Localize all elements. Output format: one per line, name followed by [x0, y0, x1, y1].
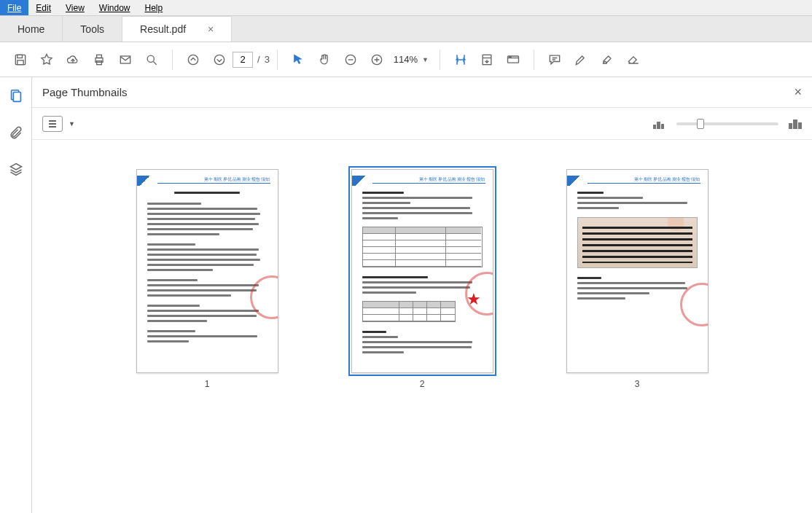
- tab-close-icon[interactable]: ×: [208, 23, 214, 35]
- svg-point-7: [147, 55, 154, 62]
- sign-button[interactable]: [594, 47, 620, 73]
- toolbar-separator: [172, 50, 173, 70]
- toolbar-separator: [534, 50, 534, 70]
- zoom-value: 114%: [394, 54, 418, 65]
- highlight-button[interactable]: [568, 47, 594, 73]
- layers-nav-button[interactable]: [6, 159, 26, 179]
- attachments-nav-button[interactable]: [6, 122, 26, 143]
- cloud-button[interactable]: [60, 47, 86, 73]
- chevron-down-icon: ▼: [69, 120, 75, 128]
- menu-window[interactable]: Window: [92, 0, 138, 15]
- svg-rect-17: [13, 93, 20, 102]
- fit-width-button[interactable]: [448, 47, 474, 73]
- page-preview: 第十期医界优品检测业报告须知: [566, 169, 708, 373]
- svg-rect-2: [17, 60, 23, 64]
- toolbar-separator: [440, 50, 440, 70]
- page-separator: /: [257, 54, 260, 65]
- menu-edit-label: Edit: [36, 3, 51, 13]
- print-button[interactable]: [86, 47, 112, 73]
- svg-rect-4: [97, 55, 102, 58]
- thumbnails-nav-button[interactable]: [6, 86, 26, 106]
- tab-document-label: Result.pdf: [140, 23, 186, 35]
- panel-close-button[interactable]: ×: [794, 85, 802, 100]
- comment-button[interactable]: [542, 47, 568, 73]
- star-button[interactable]: [34, 47, 60, 73]
- svg-rect-5: [97, 60, 102, 64]
- page-header-text: 第十期医界优品检测业报告须知: [157, 176, 270, 184]
- page-down-button[interactable]: [206, 47, 233, 73]
- tab-home-label: Home: [17, 23, 44, 35]
- thumb-size-slider[interactable]: [676, 122, 778, 125]
- menu-file[interactable]: File: [0, 0, 28, 15]
- tab-bar: Home Tools Result.pdf ×: [0, 16, 812, 42]
- side-nav: [0, 77, 32, 513]
- menu-window-label: Window: [99, 3, 130, 13]
- save-button[interactable]: [7, 47, 34, 73]
- panel-title: Page Thumbnails: [42, 86, 127, 98]
- thumb-size-small-icon[interactable]: [653, 119, 666, 129]
- zoom-in-button[interactable]: [364, 47, 390, 73]
- thumbnails-container: 第十期医界优品检测业报告须知: [32, 140, 812, 513]
- select-tool-button[interactable]: [285, 47, 311, 73]
- tab-tools-label: Tools: [80, 23, 104, 35]
- zoom-out-button[interactable]: [337, 47, 364, 73]
- thumbnail-page-1[interactable]: 第十期医界优品检测业报告须知: [136, 169, 278, 389]
- thumbnail-number: 3: [635, 379, 640, 389]
- thumbnail-number: 2: [420, 379, 425, 389]
- page-preview: 第十期医界优品检测业报告须知: [136, 169, 278, 373]
- page-preview: 第十期医界优品检测业报告须知: [351, 169, 493, 373]
- thumb-size-large-icon[interactable]: [789, 119, 802, 129]
- main-area: Page Thumbnails × ▼ 第十期医界优品检测业报告须知: [0, 77, 812, 513]
- page-header-text: 第十期医界优品检测业报告须知: [372, 176, 485, 184]
- menu-help-label: Help: [145, 3, 163, 13]
- menu-file-label: File: [7, 3, 21, 13]
- menu-bar: File Edit View Window Help: [0, 0, 812, 16]
- svg-point-9: [214, 55, 224, 64]
- menu-view-label: View: [66, 3, 85, 13]
- fit-page-button[interactable]: [474, 47, 500, 73]
- thumbnails-panel: Page Thumbnails × ▼ 第十期医界优品检测业报告须知: [32, 77, 812, 513]
- menu-edit[interactable]: Edit: [28, 0, 58, 15]
- toolbar-separator: [277, 50, 278, 70]
- thumbnail-page-3[interactable]: 第十期医界优品检测业报告须知: [566, 169, 708, 389]
- svg-point-8: [188, 55, 198, 64]
- tab-home[interactable]: Home: [0, 16, 63, 42]
- menu-view[interactable]: View: [58, 0, 92, 15]
- table-preview: [362, 227, 483, 267]
- zoom-select[interactable]: 114% ▼: [390, 52, 432, 67]
- thumbnail-number: 1: [205, 379, 210, 389]
- photo-preview: [577, 217, 698, 268]
- page-total: 3: [265, 54, 270, 65]
- tab-tools[interactable]: Tools: [63, 16, 122, 42]
- svg-point-14: [510, 56, 510, 57]
- read-mode-button[interactable]: [500, 47, 526, 73]
- toolbar: / 3 114% ▼: [0, 42, 812, 77]
- find-button[interactable]: [138, 47, 165, 73]
- page-indicator: / 3: [233, 52, 270, 68]
- chevron-down-icon: ▼: [422, 56, 429, 63]
- page-up-button[interactable]: [180, 47, 206, 73]
- panel-options-button[interactable]: [42, 116, 63, 132]
- panel-header: Page Thumbnails ×: [32, 77, 812, 108]
- svg-rect-1: [17, 55, 23, 58]
- erase-button[interactable]: [620, 47, 647, 73]
- panel-toolbar: ▼: [32, 108, 812, 140]
- hand-tool-button[interactable]: [311, 47, 337, 73]
- mail-button[interactable]: [112, 47, 138, 73]
- page-current-input[interactable]: [233, 52, 253, 68]
- menu-help[interactable]: Help: [138, 0, 171, 15]
- page-header-text: 第十期医界优品检测业报告须知: [587, 176, 700, 184]
- tab-document[interactable]: Result.pdf ×: [122, 16, 232, 42]
- svg-point-15: [510, 56, 511, 57]
- slider-thumb[interactable]: [697, 119, 704, 129]
- thumbnail-page-2[interactable]: 第十期医界优品检测业报告须知: [351, 169, 493, 389]
- table-preview: [362, 301, 456, 322]
